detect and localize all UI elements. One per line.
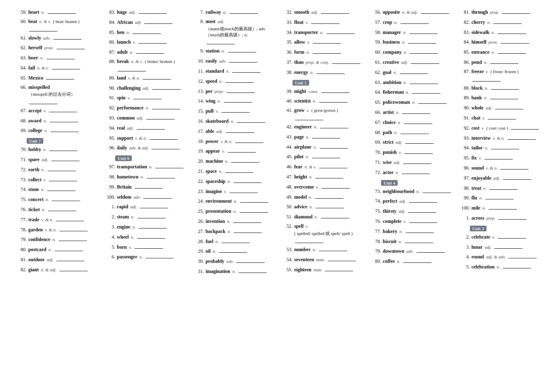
entry-blank[interactable] [409,217,437,223]
entry-blank[interactable] [150,134,178,140]
entry-blank[interactable] [313,48,341,54]
entry-blank[interactable] [143,193,172,199]
entry-blank[interactable] [410,78,438,84]
entry-blank[interactable] [235,137,263,143]
entry-blank[interactable] [234,227,262,233]
entry-blank[interactable] [51,126,79,132]
entry-blank[interactable] [315,173,343,178]
entry-blank[interactable] [233,217,261,223]
entry-blank[interactable] [29,26,57,31]
entry-blank[interactable] [47,185,76,191]
entry-blank[interactable] [405,237,433,243]
entry-blank[interactable] [319,163,348,168]
entry-blank[interactable] [234,177,262,183]
entry-blank[interactable] [53,34,82,40]
entry-blank[interactable] [402,108,430,114]
entry-blank[interactable] [231,157,259,163]
entry-blank[interactable] [139,8,167,14]
entry-blank[interactable] [226,127,254,133]
entry-blank[interactable] [133,28,161,34]
entry-blank[interactable] [224,97,252,103]
entry-blank[interactable] [312,133,340,138]
entry-blank[interactable] [311,18,339,24]
entry-blank[interactable] [313,38,341,44]
entry-blank[interactable] [501,38,529,44]
entry-blank[interactable] [503,174,531,180]
entry-blank[interactable] [400,68,428,74]
entry-blank[interactable] [326,28,355,34]
entry-blank[interactable] [418,98,446,104]
entry-blank[interactable] [137,124,165,130]
entry-blank[interactable] [423,187,451,193]
entry-blank[interactable] [316,203,344,208]
entry-blank[interactable] [494,243,522,249]
entry-blank[interactable] [404,118,432,124]
entry-blank[interactable] [118,66,146,71]
entry-blank[interactable] [498,28,526,34]
entry-blank[interactable] [237,117,265,123]
entry-blank[interactable] [484,154,513,159]
entry-blank[interactable] [491,84,519,90]
entry-blank[interactable] [485,194,514,199]
entry-blank[interactable] [319,245,347,251]
entry-blank[interactable] [498,48,526,54]
entry-blank[interactable] [502,8,530,14]
entry-blank[interactable] [136,48,164,54]
entry-blank[interactable] [321,8,349,14]
entry-blank[interactable] [59,266,88,271]
entry-blank[interactable] [221,237,250,243]
entry-blank[interactable] [316,68,345,74]
entry-blank[interactable] [55,245,83,251]
entry-blank[interactable] [498,233,526,239]
entry-blank[interactable] [139,223,167,228]
entry-blank[interactable] [295,115,323,120]
entry-blank[interactable] [48,8,76,14]
entry-blank[interactable] [155,163,183,168]
entry-blank[interactable] [403,257,432,263]
entry-blank[interactable] [508,134,536,140]
entry-blank[interactable] [493,18,522,24]
entry-blank[interactable] [511,124,539,130]
entry-blank[interactable] [312,153,340,158]
entry-blank[interactable] [229,57,257,63]
entry-blank[interactable] [489,184,518,190]
entry-blank[interactable] [498,214,527,220]
entry-blank[interactable] [320,123,348,128]
entry-blank[interactable] [417,247,445,253]
entry-blank[interactable] [410,48,438,54]
entry-blank[interactable] [56,216,84,221]
entry-blank[interactable] [400,128,429,134]
entry-blank[interactable] [490,58,518,64]
entry-blank[interactable] [146,114,175,119]
entry-blank[interactable] [412,88,440,94]
entry-blank[interactable] [56,256,84,261]
entry-blank[interactable] [319,97,348,103]
entry-blank[interactable] [321,87,350,93]
entry-blank[interactable] [400,18,429,24]
entry-blank[interactable] [206,39,235,44]
entry-blank[interactable] [48,166,76,171]
entry-blank[interactable] [152,104,180,109]
entry-blank[interactable] [500,164,529,170]
entry-blank[interactable] [238,267,267,273]
entry-blank[interactable] [49,145,78,151]
entry-blank[interactable] [225,77,254,83]
entry-blank[interactable] [219,247,247,253]
entry-blank[interactable] [321,213,349,218]
entry-blank[interactable] [490,94,518,99]
entry-blank[interactable] [408,38,436,44]
entry-blank[interactable] [225,167,253,173]
entry-blank[interactable] [325,266,353,271]
entry-blank[interactable] [491,144,519,149]
entry-blank[interactable] [228,47,256,52]
entry-blank[interactable] [29,99,57,104]
entry-blank[interactable] [52,195,80,201]
entry-blank[interactable] [409,197,437,203]
entry-blank[interactable] [143,74,171,80]
entry-blank[interactable] [48,205,76,211]
entry-blank[interactable] [315,193,343,199]
entry-blank[interactable] [236,257,265,263]
entry-blank[interactable] [489,204,517,210]
entry-blank[interactable] [227,87,255,93]
entry-blank[interactable] [133,94,162,99]
